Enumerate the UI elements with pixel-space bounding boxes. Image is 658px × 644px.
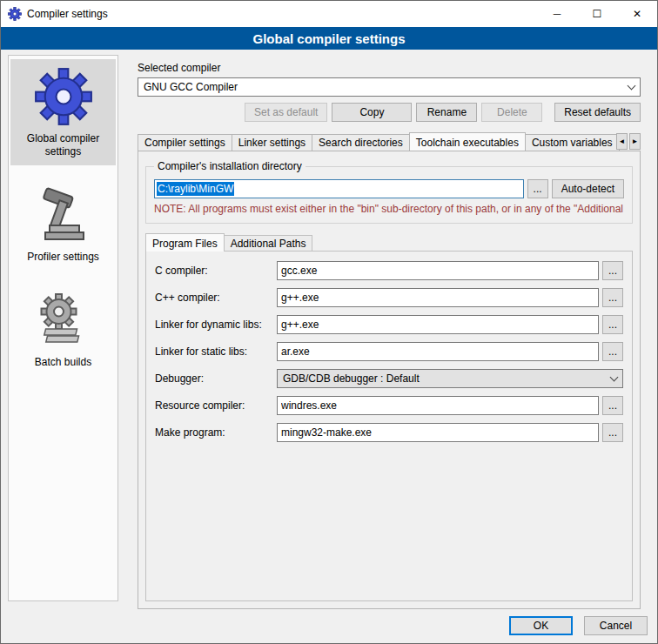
linker-dynamic-input[interactable] xyxy=(277,315,599,334)
subtab-additional-paths[interactable]: Additional Paths xyxy=(224,235,313,251)
c-compiler-label: C compiler: xyxy=(155,265,273,277)
selected-compiler-dropdown[interactable]: GNU GCC Compiler xyxy=(138,77,641,97)
app-gear-icon xyxy=(8,7,22,21)
sidebar-item-batch-builds[interactable]: Batch builds xyxy=(10,283,116,376)
tab-scroll-right-icon[interactable]: ► xyxy=(629,133,641,150)
debugger-label: Debugger: xyxy=(155,372,273,385)
resource-compiler-label: Resource compiler: xyxy=(155,399,273,412)
set-as-default-button[interactable]: Set as default xyxy=(245,103,327,122)
main-content: Selected compiler GNU GCC Compiler Set a… xyxy=(127,55,652,609)
installation-directory-label: Compiler's installation directory xyxy=(154,160,306,172)
toolchain-panel: Compiler's installation directory C:\ray… xyxy=(138,151,641,609)
profiler-tool-icon xyxy=(33,184,94,245)
gear-blue-icon xyxy=(33,66,94,127)
program-fields: C compiler: ... C++ compiler: ... Linker… xyxy=(155,261,623,442)
linker-static-label: Linker for static libs: xyxy=(155,345,273,358)
tab-toolchain-executables[interactable]: Toolchain executables xyxy=(409,132,526,151)
tab-search-directories[interactable]: Search directories xyxy=(312,134,410,151)
program-subtabs: Program Files Additional Paths xyxy=(145,232,633,251)
debugger-select[interactable]: GDB/CDB debugger : Default xyxy=(277,369,623,388)
tab-linker-settings[interactable]: Linker settings xyxy=(232,134,312,151)
linker-dynamic-browse-button[interactable]: ... xyxy=(602,315,623,334)
make-program-input[interactable] xyxy=(277,423,599,442)
dialog-header: Global compiler settings xyxy=(1,27,657,50)
resource-compiler-input[interactable] xyxy=(277,396,599,415)
program-files-panel: C compiler: ... C++ compiler: ... Linker… xyxy=(145,251,633,601)
tab-compiler-settings[interactable]: Compiler settings xyxy=(138,134,232,151)
subtab-program-files[interactable]: Program Files xyxy=(145,233,225,252)
close-button[interactable]: ✕ xyxy=(617,1,657,27)
install-dir-value: C:\raylib\MinGW xyxy=(157,182,234,196)
cpp-compiler-input[interactable] xyxy=(277,288,599,307)
rename-button[interactable]: Rename xyxy=(416,103,477,122)
resource-compiler-browse-button[interactable]: ... xyxy=(602,396,623,415)
sidebar-item-global-compiler-settings[interactable]: Global compiler settings xyxy=(10,59,116,165)
chevron-down-icon xyxy=(628,82,636,91)
sidebar-item-label: Global compiler settings xyxy=(14,132,112,158)
install-dir-input[interactable]: C:\raylib\MinGW xyxy=(154,179,524,198)
c-compiler-input[interactable] xyxy=(277,261,599,280)
settings-category-list: Global compiler settings Profiler settin… xyxy=(8,55,118,601)
settings-tabbar: Compiler settings Linker settings Search… xyxy=(138,131,641,151)
compiler-settings-window: Compiler settings ─ ☐ ✕ Global compiler … xyxy=(0,0,658,644)
tab-scroll-buttons: ◄ ► xyxy=(616,133,641,150)
sidebar-item-label: Batch builds xyxy=(35,356,91,369)
caption-buttons: ─ ☐ ✕ xyxy=(537,1,657,27)
minimize-button[interactable]: ─ xyxy=(537,1,577,27)
linker-static-browse-button[interactable]: ... xyxy=(602,342,623,361)
ok-button[interactable]: OK xyxy=(509,616,573,635)
tab-scroll-left-icon[interactable]: ◄ xyxy=(616,133,628,150)
debugger-value: GDB/CDB debugger : Default xyxy=(283,372,611,385)
selected-compiler-value: GNU GCC Compiler xyxy=(144,81,628,93)
titlebar: Compiler settings ─ ☐ ✕ xyxy=(1,1,657,27)
cpp-compiler-browse-button[interactable]: ... xyxy=(602,288,623,307)
c-compiler-browse-button[interactable]: ... xyxy=(602,261,623,280)
chevron-down-icon xyxy=(610,373,619,382)
dialog-footer: OK Cancel xyxy=(509,616,648,635)
make-program-browse-button[interactable]: ... xyxy=(602,423,623,442)
delete-button[interactable]: Delete xyxy=(481,103,542,122)
install-dir-note: NOTE: All programs must exist either in … xyxy=(154,203,624,215)
reset-defaults-button[interactable]: Reset defaults xyxy=(554,103,641,122)
window-title: Compiler settings xyxy=(27,8,108,20)
linker-dynamic-label: Linker for dynamic libs: xyxy=(155,319,273,331)
cancel-button[interactable]: Cancel xyxy=(584,616,648,635)
sidebar-item-label: Profiler settings xyxy=(27,251,99,264)
cpp-compiler-label: C++ compiler: xyxy=(155,292,273,304)
tab-custom-variables[interactable]: Custom variables xyxy=(525,134,620,151)
install-dir-browse-button[interactable]: ... xyxy=(527,179,548,198)
installation-directory-group: Compiler's installation directory C:\ray… xyxy=(145,160,633,224)
maximize-button[interactable]: ☐ xyxy=(577,1,617,27)
copy-button[interactable]: Copy xyxy=(332,103,412,122)
linker-static-input[interactable] xyxy=(277,342,599,361)
auto-detect-button[interactable]: Auto-detect xyxy=(552,179,624,198)
selected-compiler-label: Selected compiler xyxy=(138,62,641,74)
sidebar-item-profiler-settings[interactable]: Profiler settings xyxy=(10,178,116,271)
make-program-label: Make program: xyxy=(155,426,273,439)
compiler-actions: Set as default Copy Rename Delete Reset … xyxy=(138,103,641,122)
installation-directory-row: C:\raylib\MinGW ... Auto-detect xyxy=(154,179,624,198)
gear-gray-icon xyxy=(33,290,94,351)
